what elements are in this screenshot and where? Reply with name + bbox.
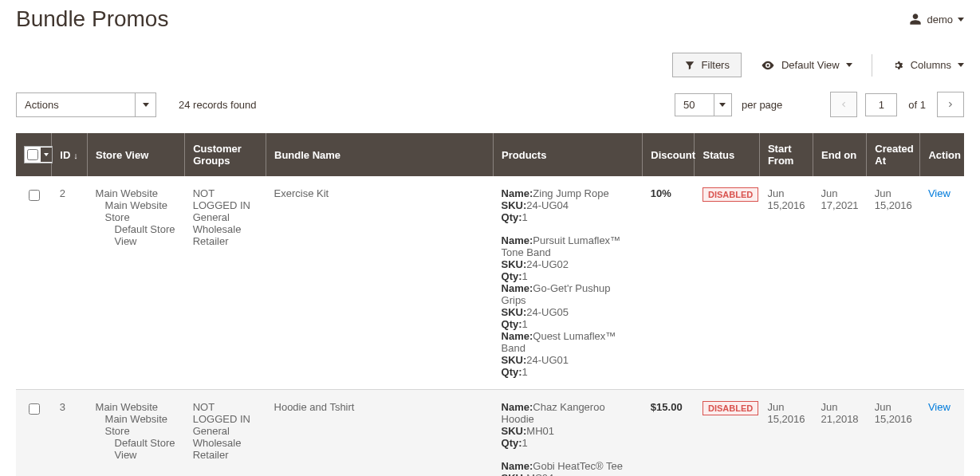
cell-created-at: Jun 15,2016 xyxy=(867,176,920,390)
cell-bundle-name: Hoodie and Tshirt xyxy=(266,390,494,477)
cell-id: 3 xyxy=(52,390,88,477)
cell-products: Name:Zing Jump RopeSKU:24-UG04Qty:1Name:… xyxy=(494,176,643,390)
cell-action: View xyxy=(920,176,964,390)
per-page-select[interactable]: 50 xyxy=(675,93,732,116)
chevron-down-icon xyxy=(143,103,149,107)
col-header-action[interactable]: Action xyxy=(920,133,964,176)
col-header-checkbox[interactable] xyxy=(16,133,52,176)
select-all-toggle[interactable] xyxy=(41,148,52,162)
cell-status: DISABLED xyxy=(695,176,759,390)
per-page-toggle[interactable] xyxy=(714,94,731,116)
col-header-start-from[interactable]: Start From xyxy=(759,133,813,176)
col-header-discount[interactable]: Discount xyxy=(643,133,695,176)
records-found: 24 records found xyxy=(179,99,257,111)
filters-label: Filters xyxy=(702,59,730,71)
page-title: Bundle Promos xyxy=(16,6,168,32)
cell-discount: 10% xyxy=(643,176,695,390)
cell-customer-groups: NOT LOGGED INGeneralWholesaleRetailer xyxy=(185,390,266,477)
table-row: 3Main WebsiteMain Website StoreDefault S… xyxy=(16,390,964,477)
col-header-status[interactable]: Status xyxy=(695,133,759,176)
cell-end-on: Jun 17,2021 xyxy=(813,176,867,390)
cell-id: 2 xyxy=(52,176,88,390)
view-link[interactable]: View xyxy=(928,401,950,413)
chevron-down-icon xyxy=(846,63,852,67)
cell-bundle-name: Exercise Kit xyxy=(266,176,494,390)
col-header-id[interactable]: ID↓ xyxy=(52,133,88,176)
prev-page-button[interactable] xyxy=(830,92,857,117)
table-row: 2Main WebsiteMain Website StoreDefault S… xyxy=(16,176,964,390)
cell-store-view: Main WebsiteMain Website StoreDefault St… xyxy=(88,390,185,477)
columns-label: Columns xyxy=(911,59,951,71)
cell-store-view: Main WebsiteMain Website StoreDefault St… xyxy=(88,176,185,390)
filters-button[interactable]: Filters xyxy=(672,53,742,77)
chevron-down-icon xyxy=(958,63,964,67)
funnel-icon xyxy=(684,60,695,71)
chevron-down-icon xyxy=(958,18,964,22)
cell-customer-groups: NOT LOGGED INGeneralWholesaleRetailer xyxy=(185,176,266,390)
status-badge: DISABLED xyxy=(703,187,758,202)
user-menu[interactable]: demo xyxy=(909,13,964,26)
cell-status: DISABLED xyxy=(695,390,759,477)
data-grid: ID↓ Store View Customer Groups Bundle Na… xyxy=(16,133,964,476)
page-input[interactable]: 1 xyxy=(865,93,897,116)
per-page-label: per page xyxy=(742,99,782,111)
actions-dropdown[interactable]: Actions xyxy=(16,92,156,117)
default-view-dropdown[interactable]: Default View xyxy=(761,58,852,73)
gear-icon xyxy=(891,59,904,72)
col-header-created-at[interactable]: Created At xyxy=(867,133,920,176)
cell-end-on: Jun 21,2018 xyxy=(813,390,867,477)
user-name: demo xyxy=(927,14,953,26)
default-view-label: Default View xyxy=(781,59,840,71)
cell-discount: $15.00 xyxy=(643,390,695,477)
chevron-left-icon xyxy=(840,100,848,109)
col-header-customer-groups[interactable]: Customer Groups xyxy=(185,133,266,176)
next-page-button[interactable] xyxy=(937,92,964,117)
eye-icon xyxy=(761,58,775,73)
chevron-right-icon xyxy=(947,100,954,109)
of-pages: of 1 xyxy=(908,99,926,111)
row-checkbox[interactable] xyxy=(29,190,40,201)
user-icon xyxy=(909,13,922,26)
status-badge: DISABLED xyxy=(703,401,758,415)
col-header-products[interactable]: Products xyxy=(494,133,643,176)
divider xyxy=(872,54,872,77)
actions-label: Actions xyxy=(17,93,135,116)
select-all-checkbox[interactable] xyxy=(27,149,38,160)
col-header-end-on[interactable]: End on xyxy=(813,133,867,176)
cell-created-at: Jun 15,2016 xyxy=(867,390,920,477)
columns-dropdown[interactable]: Columns xyxy=(891,59,964,72)
col-header-bundle-name[interactable]: Bundle Name xyxy=(266,133,494,176)
actions-toggle[interactable] xyxy=(135,93,155,116)
per-page-value: 50 xyxy=(683,99,709,111)
cell-action: View xyxy=(920,390,964,477)
col-header-store-view[interactable]: Store View xyxy=(88,133,185,176)
cell-start-from: Jun 15,2016 xyxy=(759,390,813,477)
row-checkbox[interactable] xyxy=(29,403,40,415)
cell-products: Name:Chaz Kangeroo HoodieSKU:MH01Qty:1Na… xyxy=(494,390,643,477)
view-link[interactable]: View xyxy=(928,187,950,199)
cell-start-from: Jun 15,2016 xyxy=(759,176,813,390)
sort-down-icon: ↓ xyxy=(73,151,78,160)
chevron-down-icon xyxy=(719,103,726,107)
